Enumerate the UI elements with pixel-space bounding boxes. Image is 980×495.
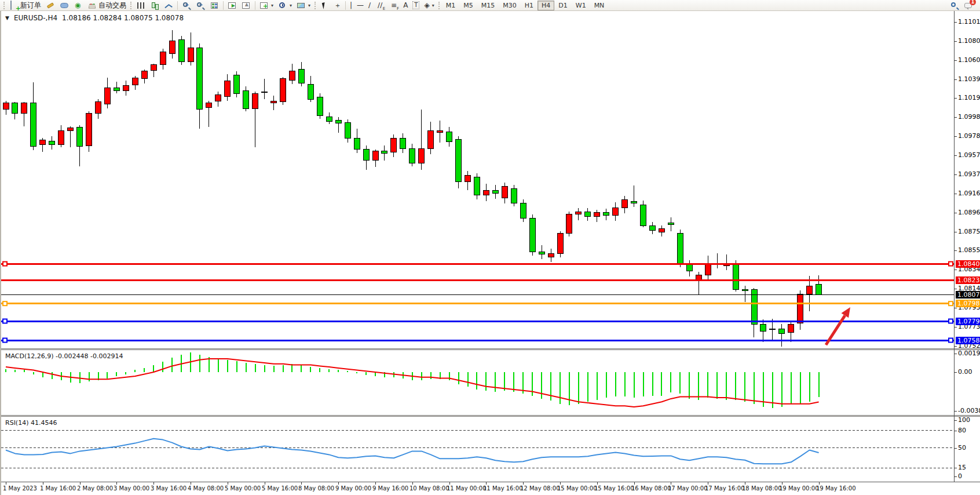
candle-down[interactable] <box>529 218 535 252</box>
price-axis[interactable]: 1.110101.108051.106001.103951.101901.099… <box>955 11 980 348</box>
candle-up[interactable] <box>68 128 74 131</box>
candle-down[interactable] <box>677 233 683 265</box>
candle-down[interactable] <box>686 265 692 271</box>
candle-down[interactable] <box>511 188 517 203</box>
candle-down[interactable] <box>742 290 748 291</box>
candle-up[interactable] <box>206 103 212 108</box>
cursor-button[interactable] <box>318 1 332 10</box>
tile-windows-button[interactable] <box>207 1 221 10</box>
candle-up[interactable] <box>391 138 397 152</box>
candle-up[interactable] <box>86 113 92 145</box>
line-anchor-left[interactable] <box>3 319 7 323</box>
candle-down[interactable] <box>335 121 341 123</box>
candle-down[interactable] <box>308 84 313 99</box>
candle-down[interactable] <box>447 132 452 142</box>
signals-button[interactable]: ◉ <box>71 1 85 10</box>
candle-up[interactable] <box>437 131 443 133</box>
timeframe-button-d1[interactable]: D1 <box>554 1 571 10</box>
candle-up[interactable] <box>104 88 110 104</box>
line-anchor-right[interactable] <box>949 319 953 323</box>
candle-up[interactable] <box>576 212 582 214</box>
macd-pane[interactable] <box>1 350 954 415</box>
candle-up[interactable] <box>188 48 193 62</box>
shapes-button[interactable]: ◈▾ <box>422 1 436 10</box>
candle-up[interactable] <box>613 208 619 216</box>
candle-down[interactable] <box>345 122 350 138</box>
crosshair-button[interactable]: ＋ <box>332 1 343 10</box>
candle-down[interactable] <box>12 103 18 114</box>
line-anchor-right[interactable] <box>949 262 953 266</box>
timeframe-button-h4[interactable]: H4 <box>537 1 554 10</box>
candle-down[interactable] <box>409 148 415 163</box>
vertical-line-button[interactable]: | <box>348 1 354 10</box>
auto-scroll-button[interactable]: ▶ <box>225 1 239 10</box>
timeframe-button-m5[interactable]: M5 <box>459 1 477 10</box>
text-label-button[interactable]: T <box>410 1 422 10</box>
line-anchor-left[interactable] <box>3 301 7 305</box>
candle-down[interactable] <box>520 203 526 219</box>
horizontal-line-button[interactable]: — <box>354 1 366 10</box>
fibonacci-button[interactable]: ≡F <box>387 1 401 10</box>
periods-button[interactable]: ▾ <box>276 1 294 10</box>
candle-up[interactable] <box>372 151 378 161</box>
templates-button[interactable]: ▾ <box>294 1 313 10</box>
candle-down[interactable] <box>243 91 249 109</box>
timeframe-button-h1[interactable]: H1 <box>521 1 537 10</box>
candle-down[interactable] <box>298 70 304 83</box>
chart-title[interactable]: ▼ EURUSD-,H4 1.08186 1.08284 1.08075 1.0… <box>5 14 184 22</box>
community-button[interactable] <box>57 1 71 10</box>
candle-down[interactable] <box>234 75 240 93</box>
channel-button[interactable]: ∕∕E <box>373 1 387 10</box>
candle-up[interactable] <box>40 140 46 145</box>
candle-down[interactable] <box>326 117 332 122</box>
candle-down[interactable] <box>751 290 757 324</box>
line-chart-button[interactable] <box>162 1 175 10</box>
candle-down[interactable] <box>456 139 462 182</box>
candle-up[interactable] <box>289 71 295 81</box>
chart-shift-button[interactable]: ▲ <box>239 1 253 10</box>
timeframe-button-mn[interactable]: MN <box>590 1 609 10</box>
candle-down[interactable] <box>604 213 609 216</box>
candle-up[interactable] <box>132 78 138 85</box>
candle-up[interactable] <box>428 131 434 149</box>
candle-down[interactable] <box>779 329 785 333</box>
candle-up[interactable] <box>622 199 628 208</box>
candle-up[interactable] <box>798 294 803 323</box>
candle-down[interactable] <box>760 324 766 332</box>
candle-up[interactable] <box>280 79 286 102</box>
candle-up[interactable] <box>96 102 101 113</box>
candle-down[interactable] <box>317 97 323 116</box>
candle-up[interactable] <box>807 286 813 294</box>
candle-down[interactable] <box>492 190 498 193</box>
candle-down[interactable] <box>400 138 406 148</box>
line-anchor-right[interactable] <box>949 301 953 305</box>
candle-down[interactable] <box>382 151 387 153</box>
timeframe-button-m30[interactable]: M30 <box>499 1 521 10</box>
line-anchor-left[interactable] <box>3 339 7 343</box>
zoom-in-button[interactable]: + <box>180 1 193 10</box>
candle-up[interactable] <box>3 103 9 110</box>
candle-down[interactable] <box>363 150 369 161</box>
candle-up[interactable] <box>271 101 277 103</box>
candle-down[interactable] <box>114 88 119 91</box>
candle-down[interactable] <box>733 264 738 290</box>
trendline-button[interactable]: ∕ <box>366 1 373 10</box>
timeframe-button-m15[interactable]: M15 <box>477 1 499 10</box>
candle-down[interactable] <box>49 141 55 144</box>
candle-up[interactable] <box>770 329 776 330</box>
candle-down[interactable] <box>650 225 656 230</box>
candle-up[interactable] <box>215 94 221 101</box>
candle-up[interactable] <box>141 71 147 79</box>
timeframe-button-w1[interactable]: W1 <box>572 1 590 10</box>
candle-down[interactable] <box>474 177 480 195</box>
candle-up[interactable] <box>151 65 156 71</box>
candle-down[interactable] <box>197 48 203 110</box>
line-anchor-left[interactable] <box>3 262 7 266</box>
candle-up[interactable] <box>594 213 600 216</box>
text-button[interactable]: A <box>401 1 410 10</box>
candle-up[interactable] <box>225 81 231 96</box>
candle-up[interactable] <box>465 176 471 182</box>
candle-down[interactable] <box>31 103 36 147</box>
zoom-out-button[interactable]: − <box>193 1 207 10</box>
rsi-axis[interactable]: 1008050150 <box>955 417 980 482</box>
